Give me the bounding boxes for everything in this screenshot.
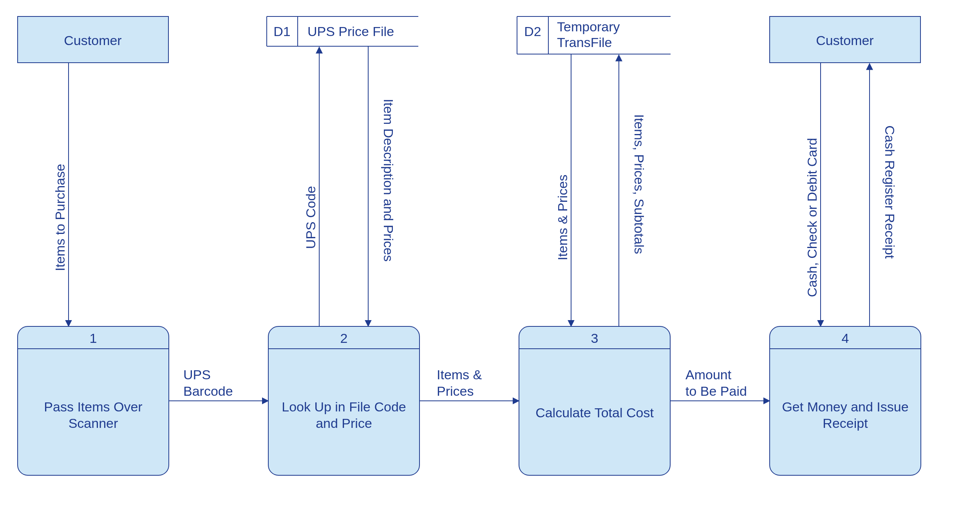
flow-items-prices-v-label: Items & Prices xyxy=(555,174,570,260)
process-3-num: 3 xyxy=(591,331,598,346)
flow-ups-code-label: UPS Code xyxy=(303,186,318,249)
flow-item-desc-prices-label: Item Description and Prices xyxy=(381,99,396,262)
datastore-d2-name1: Temporary xyxy=(557,19,620,34)
flow-items-prices-subtotals: Items, Prices, Subtotals xyxy=(619,55,647,326)
process-2-num: 2 xyxy=(340,331,348,346)
process-4-line2: Receipt xyxy=(823,416,868,431)
process-2-line2: and Price xyxy=(316,416,372,431)
flow-items-prices-h-l2: Prices xyxy=(437,384,474,398)
flow-items-prices-subtotals-label: Items, Prices, Subtotals xyxy=(632,114,647,254)
process-1-line1: Pass Items Over xyxy=(44,399,142,414)
flow-amount-l1: Amount xyxy=(685,367,732,382)
flow-items-to-purchase: Items to Purchase xyxy=(52,63,69,326)
datastore-d1: D1 UPS Price File xyxy=(267,16,418,46)
process-2: 2 Look Up in File Code and Price xyxy=(268,326,419,475)
flow-cash-register-receipt: Cash Register Receipt xyxy=(870,63,897,326)
datastore-d1-id: D1 xyxy=(273,24,290,39)
flow-items-prices-h-l1: Items & xyxy=(437,367,482,382)
entity-customer-right-label: Customer xyxy=(816,33,873,48)
flow-ups-barcode-l1: UPS xyxy=(183,367,211,382)
process-4-line1: Get Money and Issue xyxy=(782,399,908,414)
process-1-line2: Scanner xyxy=(69,416,118,431)
flow-cash-check-debit: Cash, Check or Debit Card xyxy=(805,63,821,326)
process-3-line1: Calculate Total Cost xyxy=(535,405,654,420)
datastore-d1-name: UPS Price File xyxy=(307,24,394,39)
entity-customer-left-label: Customer xyxy=(64,33,121,48)
flow-items-to-purchase-label: Items to Purchase xyxy=(52,164,67,271)
process-4-num: 4 xyxy=(842,331,849,346)
entity-customer-left: Customer xyxy=(18,16,168,63)
flow-cash-check-debit-label: Cash, Check or Debit Card xyxy=(805,138,819,297)
flow-amount-to-be-paid: Amount to Be Paid xyxy=(670,367,770,401)
process-1: 1 Pass Items Over Scanner xyxy=(18,326,169,475)
process-2-line1: Look Up in File Code xyxy=(282,399,406,414)
flow-item-desc-prices: Item Description and Prices xyxy=(368,46,396,326)
datastore-d2: D2 Temporary TransFile xyxy=(517,16,671,54)
flow-ups-barcode-l2: Barcode xyxy=(183,384,233,398)
process-3: 3 Calculate Total Cost xyxy=(519,326,670,475)
datastore-d2-name2: TransFile xyxy=(557,35,612,50)
flow-cash-register-receipt-label: Cash Register Receipt xyxy=(882,125,897,259)
flow-items-prices-v: Items & Prices xyxy=(555,54,571,326)
entity-customer-right: Customer xyxy=(770,16,920,63)
process-4: 4 Get Money and Issue Receipt xyxy=(770,326,921,475)
datastore-d2-id: D2 xyxy=(524,24,541,39)
process-1-num: 1 xyxy=(90,331,97,346)
flow-amount-l2: to Be Paid xyxy=(685,384,747,398)
flow-ups-code: UPS Code xyxy=(303,47,319,326)
flow-ups-barcode: UPS Barcode xyxy=(169,367,268,401)
flow-items-prices-h: Items & Prices xyxy=(419,367,519,401)
dfd-diagram: Customer Customer D1 UPS Price File D2 T… xyxy=(0,0,980,518)
